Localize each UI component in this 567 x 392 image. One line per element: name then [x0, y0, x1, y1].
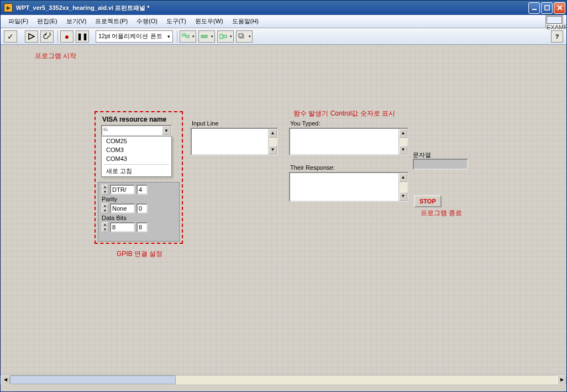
run-continuous-button[interactable]: [40, 30, 54, 43]
their-response-textbox[interactable]: ▲ ▼: [289, 172, 408, 202]
menu-edit[interactable]: 편집(E): [33, 15, 62, 27]
reorder-tool[interactable]: [236, 30, 253, 43]
menu-help[interactable]: 도움말(H): [228, 15, 263, 27]
maximize-button[interactable]: [541, 2, 553, 14]
annotation-control-value: 함수 발생기 Control값 숫자로 표시: [293, 109, 395, 118]
annotation-program-end: 프로그램 종료: [421, 208, 462, 218]
scroll-right-icon[interactable]: ▶: [557, 375, 566, 384]
grid-background: [1, 45, 566, 384]
scroll-track[interactable]: [399, 138, 407, 145]
svg-rect-10: [224, 35, 227, 38]
scroll-left-icon[interactable]: ◀: [1, 375, 10, 384]
parity-num-field[interactable]: 0: [136, 203, 148, 213]
app-icon: ▶: [4, 3, 13, 12]
dtr-label-field[interactable]: DTR/: [110, 185, 135, 195]
chevron-down-icon[interactable]: ▼: [162, 126, 171, 135]
svg-rect-5: [186, 35, 189, 38]
stop-button[interactable]: STOP: [414, 195, 442, 207]
scroll-track[interactable]: [399, 182, 407, 192]
abort-button[interactable]: ●: [60, 30, 74, 43]
svg-rect-4: [182, 34, 185, 36]
svg-rect-7: [203, 35, 205, 38]
visa-option-com25[interactable]: COM25: [102, 137, 171, 145]
menu-view[interactable]: 보기(V): [62, 15, 91, 27]
scroll-up-icon[interactable]: ▲: [269, 129, 277, 138]
font-select[interactable]: 12pt 어플리케이션 폰트: [96, 30, 173, 43]
visa-resource-combo[interactable]: I/₀ ▼: [101, 125, 172, 136]
menubar: 파일(F) 편집(E) 보기(V) 프로젝트(P) 수행(O) 도구(T) 윈도…: [1, 15, 566, 28]
scroll-track[interactable]: [10, 375, 557, 384]
input-line-label: Input Line: [192, 120, 218, 127]
scroll-down-icon[interactable]: ▼: [399, 145, 407, 154]
you-typed-label: You Typed:: [290, 120, 320, 127]
toolbar: ✓ ● ❚❚ 12pt 어플리케이션 폰트 ?: [1, 28, 566, 45]
visa-refresh-option[interactable]: 새로 고침: [102, 166, 171, 176]
visa-label: VISA resource name: [102, 116, 166, 123]
menu-file[interactable]: 파일(F): [4, 15, 33, 27]
their-response-scrollbar[interactable]: ▲ ▼: [398, 173, 407, 201]
annotation-gpib: GPIB 연결 설정: [117, 249, 162, 259]
parity-value-field[interactable]: None: [110, 203, 135, 213]
run-button[interactable]: [25, 30, 38, 43]
databits-num-field[interactable]: 8: [136, 222, 148, 232]
visa-dropdown: COM25 COM3 COM43 새로 고침: [101, 136, 172, 177]
distribute-tool[interactable]: [198, 30, 215, 43]
close-button[interactable]: [554, 2, 565, 14]
svg-rect-8: [206, 35, 207, 38]
menu-project[interactable]: 프로젝트(P): [91, 15, 132, 27]
dtr-spinner[interactable]: ▲▼: [102, 185, 108, 195]
horizontal-scrollbar[interactable]: ◀ ▶: [1, 375, 566, 384]
minimize-button[interactable]: [528, 2, 540, 14]
input-line-scrollbar[interactable]: ▲ ▼: [268, 129, 277, 154]
svg-rect-12: [239, 34, 243, 37]
visa-option-com43[interactable]: COM43: [102, 154, 171, 163]
input-line-textbox[interactable]: ▲ ▼: [191, 128, 278, 155]
annotation-program-start: 프로그램 시작: [35, 51, 76, 61]
databits-value-field[interactable]: 8: [110, 222, 135, 232]
string-indicator: [413, 159, 468, 170]
parity-spinner[interactable]: ▲▼: [102, 203, 108, 213]
resize-tool[interactable]: [217, 30, 234, 43]
window-title: WPT_ver5_3352xx_hearing_aid.vi 프런트패널 *: [15, 4, 528, 12]
databits-spinner[interactable]: ▲▼: [102, 222, 108, 232]
serial-settings-panel: ▲▼ DTR/ 4 Parity ▲▼ None 0 Data Bits ▲▼ …: [98, 182, 180, 242]
databits-label: Data Bits: [102, 215, 176, 221]
scroll-down-icon[interactable]: ▼: [269, 145, 277, 154]
check-button[interactable]: ✓: [4, 30, 17, 43]
example-badge-icon: EXAMPLE: [545, 15, 563, 28]
titlebar: ▶ WPT_ver5_3352xx_hearing_aid.vi 프런트패널 *: [1, 1, 566, 15]
dtr-value-field[interactable]: 4: [136, 185, 148, 195]
you-typed-textbox[interactable]: ▲ ▼: [289, 128, 408, 155]
scroll-up-icon[interactable]: ▲: [399, 129, 407, 138]
parity-label: Parity: [102, 196, 176, 202]
io-icon: I/₀: [103, 127, 111, 134]
their-response-label: Their Response:: [290, 164, 335, 171]
visa-option-com3[interactable]: COM3: [102, 145, 171, 154]
scroll-down-icon[interactable]: ▼: [399, 192, 407, 201]
you-typed-scrollbar[interactable]: ▲ ▼: [398, 129, 407, 154]
dropdown-separator: [104, 164, 169, 165]
menu-window[interactable]: 윈도우(W): [191, 15, 228, 27]
menu-tool[interactable]: 도구(T): [162, 15, 191, 27]
svg-rect-1: [545, 6, 549, 10]
scroll-up-icon[interactable]: ▲: [399, 173, 407, 182]
menu-execute[interactable]: 수행(O): [132, 15, 162, 27]
string-label: 문자열: [413, 151, 431, 159]
front-panel-canvas[interactable]: 프로그램 시작 VISA resource name I/₀ ▼ COM25 C…: [1, 45, 566, 384]
svg-rect-9: [220, 34, 223, 39]
pause-button[interactable]: ❚❚: [76, 30, 89, 43]
context-help-button[interactable]: ?: [551, 30, 563, 43]
svg-rect-6: [201, 35, 203, 38]
scroll-thumb[interactable]: [10, 375, 176, 384]
scroll-track[interactable]: [269, 138, 277, 145]
align-tool[interactable]: [180, 30, 196, 43]
